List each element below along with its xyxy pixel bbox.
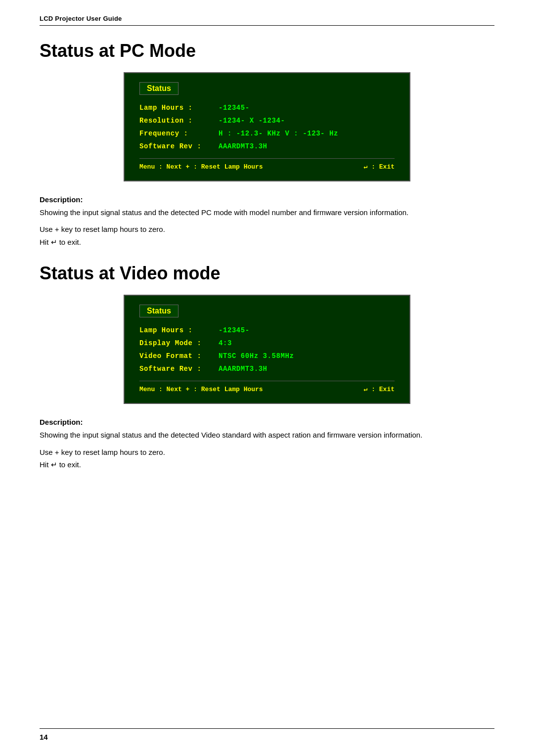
pc-footer-exit: ↵ : Exit — [364, 163, 395, 171]
pc-row-resolution: Resolution : -1234- X -1234- — [139, 117, 395, 125]
video-row-display: Display Mode : 4:3 — [139, 339, 395, 347]
page-wrapper: LCD Projector User Guide Status at PC Mo… — [0, 0, 534, 756]
pc-lamp-label: Lamp Hours : — [139, 104, 219, 112]
video-footer-exit: ↵ : Exit — [364, 385, 395, 393]
pc-frequency-label: Frequency : — [139, 130, 219, 137]
video-row-software: Software Rev : AAARDMT3.3H — [139, 365, 395, 373]
pc-software-value: AAARDMT3.3H — [219, 142, 267, 150]
section-video-title: Status at Video mode — [40, 263, 494, 284]
pc-row-frequency: Frequency : H : -12.3- KHz V : -123- Hz — [139, 130, 395, 137]
video-display-value: 4:3 — [219, 339, 232, 347]
video-software-value: AAARDMT3.3H — [219, 365, 267, 373]
pc-description-note: Use + key to reset lamp hours to zero. H… — [40, 223, 494, 248]
pc-status-footer: Menu : Next + : Reset Lamp Hours ↵ : Exi… — [139, 158, 395, 171]
video-display-label: Display Mode : — [139, 339, 219, 347]
video-format-value: NTSC 60Hz 3.58MHz — [219, 352, 294, 360]
video-description-body: Showing the input signal status and the … — [40, 429, 494, 441]
video-description-note: Use + key to reset lamp hours to zero. H… — [40, 446, 494, 471]
page-number: 14 — [40, 733, 48, 741]
video-lamp-label: Lamp Hours : — [139, 326, 219, 334]
pc-description-section: Description: Showing the input signal st… — [40, 195, 494, 248]
pc-lamp-value: -12345- — [219, 104, 250, 112]
pc-resolution-value: -1234- X -1234- — [219, 117, 285, 125]
video-note2: Hit ↵ to exit. — [40, 458, 494, 471]
video-footer-menu: Menu : Next + : Reset Lamp Hours — [139, 386, 263, 393]
video-format-label: Video Format : — [139, 352, 219, 360]
video-status-box: Status Lamp Hours : -12345- Display Mode… — [124, 295, 410, 404]
pc-frequency-value: H : -12.3- KHz V : -123- Hz — [219, 130, 338, 137]
video-row-format: Video Format : NTSC 60Hz 3.58MHz — [139, 352, 395, 360]
pc-row-software: Software Rev : AAARDMT3.3H — [139, 142, 395, 150]
bottom-rule — [40, 728, 494, 729]
pc-description-title: Description: — [40, 195, 494, 204]
pc-software-label: Software Rev : — [139, 142, 219, 150]
pc-resolution-label: Resolution : — [139, 117, 219, 125]
video-description-title: Description: — [40, 418, 494, 426]
pc-row-lamp: Lamp Hours : -12345- — [139, 104, 395, 112]
video-status-footer: Menu : Next + : Reset Lamp Hours ↵ : Exi… — [139, 381, 395, 393]
video-description-section: Description: Showing the input signal st… — [40, 418, 494, 471]
pc-footer-menu: Menu : Next + : Reset Lamp Hours — [139, 163, 263, 171]
pc-note2: Hit ↵ to exit. — [40, 236, 494, 249]
doc-header: LCD Projector User Guide — [40, 15, 494, 22]
pc-note1: Use + key to reset lamp hours to zero. — [40, 223, 494, 236]
video-lamp-value: -12345- — [219, 326, 250, 334]
video-status-box-title: Status — [139, 305, 178, 317]
video-row-lamp: Lamp Hours : -12345- — [139, 326, 395, 334]
pc-description-body: Showing the input signal status and the … — [40, 207, 494, 218]
header-rule — [40, 25, 494, 26]
section-pc-title: Status at PC Mode — [40, 41, 494, 61]
video-note1: Use + key to reset lamp hours to zero. — [40, 446, 494, 459]
pc-status-box-title: Status — [139, 82, 178, 95]
video-software-label: Software Rev : — [139, 365, 219, 373]
pc-status-box: Status Lamp Hours : -12345- Resolution :… — [124, 72, 410, 181]
